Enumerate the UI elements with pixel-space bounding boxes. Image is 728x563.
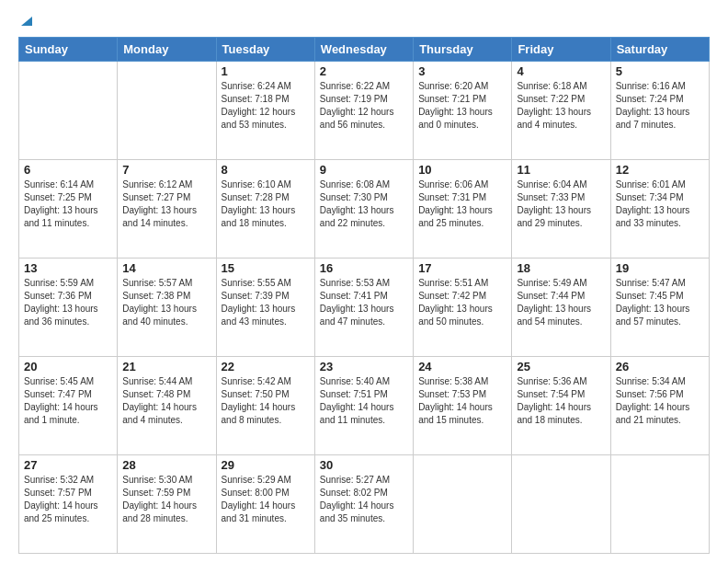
calendar-cell: 7Sunrise: 6:12 AM Sunset: 7:27 PM Daylig…: [118, 160, 216, 259]
calendar-cell: [118, 62, 216, 160]
day-number: 3: [418, 64, 506, 78]
day-info: Sunrise: 5:47 AM Sunset: 7:45 PM Dayligh…: [616, 277, 704, 328]
day-info: Sunrise: 5:59 AM Sunset: 7:36 PM Dayligh…: [24, 277, 112, 328]
day-info: Sunrise: 6:18 AM Sunset: 7:22 PM Dayligh…: [517, 80, 605, 132]
calendar-body: 1Sunrise: 6:24 AM Sunset: 7:18 PM Daylig…: [19, 62, 710, 554]
day-info: Sunrise: 5:55 AM Sunset: 7:39 PM Dayligh…: [222, 277, 310, 328]
calendar-cell: 12Sunrise: 6:01 AM Sunset: 7:34 PM Dayli…: [610, 160, 709, 259]
calendar-cell: 29Sunrise: 5:29 AM Sunset: 8:00 PM Dayli…: [216, 455, 314, 554]
day-info: Sunrise: 5:36 AM Sunset: 7:54 PM Dayligh…: [517, 375, 605, 427]
day-info: Sunrise: 5:27 AM Sunset: 8:02 PM Dayligh…: [320, 474, 408, 525]
calendar-cell: 21Sunrise: 5:44 AM Sunset: 7:48 PM Dayli…: [118, 357, 216, 455]
day-info: Sunrise: 6:01 AM Sunset: 7:34 PM Dayligh…: [616, 178, 704, 230]
day-info: Sunrise: 6:04 AM Sunset: 7:33 PM Dayligh…: [517, 178, 605, 230]
day-header-saturday: Saturday: [610, 38, 709, 62]
day-info: Sunrise: 6:06 AM Sunset: 7:31 PM Dayligh…: [418, 178, 506, 230]
day-info: Sunrise: 6:08 AM Sunset: 7:30 PM Dayligh…: [320, 178, 408, 230]
calendar-cell: 18Sunrise: 5:49 AM Sunset: 7:44 PM Dayli…: [512, 259, 610, 357]
day-number: 1: [222, 64, 310, 78]
calendar-table: SundayMondayTuesdayWednesdayThursdayFrid…: [18, 37, 710, 554]
day-header-thursday: Thursday: [414, 38, 512, 62]
day-number: 9: [320, 163, 408, 177]
day-number: 17: [418, 261, 506, 275]
calendar-cell: 17Sunrise: 5:51 AM Sunset: 7:42 PM Dayli…: [414, 259, 512, 357]
calendar-week-4: 20Sunrise: 5:45 AM Sunset: 7:47 PM Dayli…: [19, 357, 710, 455]
calendar-week-1: 1Sunrise: 6:24 AM Sunset: 7:18 PM Daylig…: [19, 62, 710, 160]
calendar-cell: 14Sunrise: 5:57 AM Sunset: 7:38 PM Dayli…: [118, 259, 216, 357]
calendar-header-row: SundayMondayTuesdayWednesdayThursdayFrid…: [19, 38, 710, 62]
day-number: 4: [517, 64, 605, 78]
calendar-cell: 15Sunrise: 5:55 AM Sunset: 7:39 PM Dayli…: [216, 259, 314, 357]
calendar-cell: 5Sunrise: 6:16 AM Sunset: 7:24 PM Daylig…: [610, 62, 709, 160]
day-info: Sunrise: 5:44 AM Sunset: 7:48 PM Dayligh…: [122, 375, 210, 427]
day-number: 2: [320, 64, 408, 78]
calendar-cell: 8Sunrise: 6:10 AM Sunset: 7:28 PM Daylig…: [216, 160, 314, 259]
day-number: 5: [616, 64, 704, 78]
day-info: Sunrise: 5:42 AM Sunset: 7:50 PM Dayligh…: [222, 375, 310, 427]
day-number: 30: [320, 458, 408, 472]
day-info: Sunrise: 5:49 AM Sunset: 7:44 PM Dayligh…: [517, 277, 605, 328]
day-info: Sunrise: 5:30 AM Sunset: 7:59 PM Dayligh…: [122, 474, 210, 525]
day-info: Sunrise: 6:20 AM Sunset: 7:21 PM Dayligh…: [418, 80, 506, 132]
day-info: Sunrise: 5:34 AM Sunset: 7:56 PM Dayligh…: [616, 375, 704, 427]
page: SundayMondayTuesdayWednesdayThursdayFrid…: [0, 0, 728, 563]
day-header-friday: Friday: [512, 38, 610, 62]
calendar-cell: 2Sunrise: 6:22 AM Sunset: 7:19 PM Daylig…: [314, 62, 413, 160]
calendar-cell: 1Sunrise: 6:24 AM Sunset: 7:18 PM Daylig…: [216, 62, 314, 160]
day-info: Sunrise: 6:12 AM Sunset: 7:27 PM Dayligh…: [122, 178, 210, 230]
day-info: Sunrise: 5:57 AM Sunset: 7:38 PM Dayligh…: [122, 277, 210, 328]
logo-icon: [19, 15, 32, 28]
calendar-cell: [512, 455, 610, 554]
calendar-cell: 13Sunrise: 5:59 AM Sunset: 7:36 PM Dayli…: [19, 259, 118, 357]
calendar-cell: 19Sunrise: 5:47 AM Sunset: 7:45 PM Dayli…: [610, 259, 709, 357]
day-info: Sunrise: 5:29 AM Sunset: 8:00 PM Dayligh…: [222, 474, 310, 525]
day-number: 10: [418, 163, 506, 177]
day-header-monday: Monday: [118, 38, 216, 62]
day-number: 23: [320, 360, 408, 373]
day-number: 8: [222, 163, 310, 177]
day-info: Sunrise: 5:40 AM Sunset: 7:51 PM Dayligh…: [320, 375, 408, 427]
calendar-cell: 26Sunrise: 5:34 AM Sunset: 7:56 PM Dayli…: [610, 357, 709, 455]
day-number: 24: [418, 360, 506, 373]
day-number: 22: [222, 360, 310, 373]
day-info: Sunrise: 6:16 AM Sunset: 7:24 PM Dayligh…: [616, 80, 704, 132]
day-info: Sunrise: 6:10 AM Sunset: 7:28 PM Dayligh…: [222, 178, 310, 230]
day-info: Sunrise: 5:38 AM Sunset: 7:53 PM Dayligh…: [418, 375, 506, 427]
day-info: Sunrise: 5:51 AM Sunset: 7:42 PM Dayligh…: [418, 277, 506, 328]
day-number: 20: [24, 360, 112, 373]
day-number: 19: [616, 261, 704, 275]
day-number: 16: [320, 261, 408, 275]
calendar-week-5: 27Sunrise: 5:32 AM Sunset: 7:57 PM Dayli…: [19, 455, 710, 554]
calendar-cell: [19, 62, 118, 160]
day-number: 14: [122, 261, 210, 275]
calendar-cell: 20Sunrise: 5:45 AM Sunset: 7:47 PM Dayli…: [19, 357, 118, 455]
calendar-cell: 22Sunrise: 5:42 AM Sunset: 7:50 PM Dayli…: [216, 357, 314, 455]
header: [18, 15, 710, 28]
svg-marker-0: [21, 17, 32, 26]
calendar-cell: 28Sunrise: 5:30 AM Sunset: 7:59 PM Dayli…: [118, 455, 216, 554]
calendar-cell: 23Sunrise: 5:40 AM Sunset: 7:51 PM Dayli…: [314, 357, 413, 455]
day-number: 7: [122, 163, 210, 177]
calendar-cell: 30Sunrise: 5:27 AM Sunset: 8:02 PM Dayli…: [314, 455, 413, 554]
calendar-cell: 10Sunrise: 6:06 AM Sunset: 7:31 PM Dayli…: [414, 160, 512, 259]
day-number: 29: [222, 458, 310, 472]
day-number: 27: [24, 458, 112, 472]
day-header-tuesday: Tuesday: [216, 38, 314, 62]
calendar-cell: [414, 455, 512, 554]
calendar-week-3: 13Sunrise: 5:59 AM Sunset: 7:36 PM Dayli…: [19, 259, 710, 357]
calendar-cell: 16Sunrise: 5:53 AM Sunset: 7:41 PM Dayli…: [314, 259, 413, 357]
calendar-cell: 24Sunrise: 5:38 AM Sunset: 7:53 PM Dayli…: [414, 357, 512, 455]
calendar-cell: 4Sunrise: 6:18 AM Sunset: 7:22 PM Daylig…: [512, 62, 610, 160]
day-number: 25: [517, 360, 605, 373]
day-number: 6: [24, 163, 112, 177]
day-info: Sunrise: 6:14 AM Sunset: 7:25 PM Dayligh…: [24, 178, 112, 230]
day-info: Sunrise: 5:45 AM Sunset: 7:47 PM Dayligh…: [24, 375, 112, 427]
calendar-cell: 3Sunrise: 6:20 AM Sunset: 7:21 PM Daylig…: [414, 62, 512, 160]
day-header-sunday: Sunday: [19, 38, 118, 62]
calendar-cell: 11Sunrise: 6:04 AM Sunset: 7:33 PM Dayli…: [512, 160, 610, 259]
day-info: Sunrise: 6:22 AM Sunset: 7:19 PM Dayligh…: [320, 80, 408, 132]
day-number: 21: [122, 360, 210, 373]
calendar-cell: 9Sunrise: 6:08 AM Sunset: 7:30 PM Daylig…: [314, 160, 413, 259]
calendar-cell: 27Sunrise: 5:32 AM Sunset: 7:57 PM Dayli…: [19, 455, 118, 554]
day-number: 13: [24, 261, 112, 275]
